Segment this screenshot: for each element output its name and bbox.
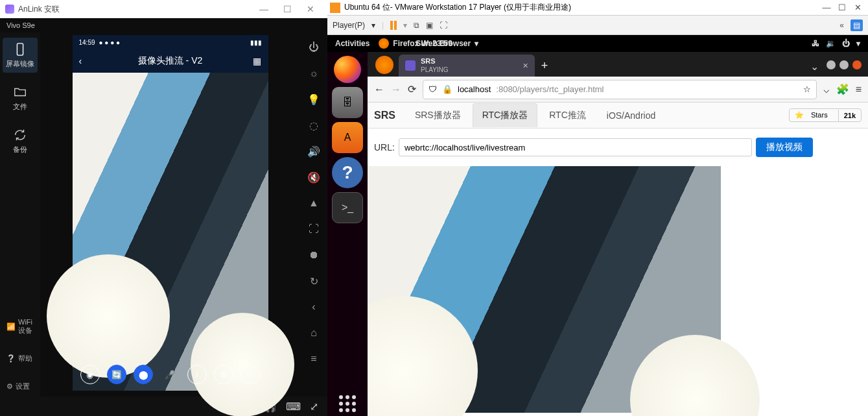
bulb-off-icon[interactable]: ◌ [307,118,321,132]
anlink-toolbar: ⏻ ☼ 💡 ◌ 🔊 🔇 ▲ ⛶ ⏺ ↻ ‹ ⌂ ≡ [300,32,327,397]
grid-icon[interactable]: ▦ [253,56,261,66]
tabs-dropdown-icon[interactable]: ⌄ [810,60,819,73]
srs-tab-mobile[interactable]: iOS/Andriod [598,104,664,127]
keyboard-icon[interactable]: ⌨ [286,400,301,413]
bookmark-star-icon[interactable]: ☆ [803,84,811,94]
back-icon[interactable]: ‹ [79,56,82,66]
pause-button[interactable] [390,21,397,30]
play-button[interactable]: 播放视频 [756,138,813,157]
new-tab-button[interactable]: + [535,59,554,73]
crop-icon[interactable]: ⛶ [307,222,321,236]
browser-tab[interactable]: SRS PLAYING ✕ [399,55,535,77]
dock-terminal[interactable]: >_ [332,192,363,223]
srs-tab-rtc-push[interactable]: RTC推流 [540,104,595,127]
phone-screen[interactable]: 14:59 ● ● ● ● ▮▮▮ ‹ 摄像头推流 - V2 ▦ ◉ 🔄 [73,35,268,391]
sidebar-item-settings[interactable]: ⚙ 设置 [0,376,40,397]
firefox-icon [375,56,393,74]
window-close[interactable] [852,60,862,69]
fullscreen-icon[interactable]: ⛶ [440,21,447,30]
brightness-icon[interactable]: ☼ [307,66,321,80]
maximize-button[interactable]: ☐ [834,1,850,14]
dropdown-icon[interactable]: ▾ [371,21,375,30]
record-button[interactable]: ◉ [80,365,100,384]
nav-back-icon[interactable]: ← [374,84,384,95]
window-maximize[interactable] [839,60,849,69]
power-icon: ⏻ [842,39,850,48]
switch-cam-button[interactable]: 🔄 [107,365,126,384]
window-minimize[interactable] [827,60,836,69]
chevrons-icon[interactable]: « [839,21,844,30]
sidebar-item-mirror[interactable]: 屏幕镜像 [3,38,38,73]
chevron-down-icon: ▾ [856,39,860,48]
srs-video-player[interactable] [368,166,721,413]
expand-icon[interactable]: ⤢ [310,400,318,413]
show-applications[interactable] [335,391,360,416]
anlink-window: AnLink 安联 — ☐ ✕ Vivo S9e 屏幕镜像 文件 备份 📶 Wi… [0,0,327,416]
dock-files[interactable]: 🗄 [332,87,363,118]
phone-app-header: ‹ 摄像头推流 - V2 ▦ [73,49,268,73]
clock[interactable]: Sun 23:59 [416,39,452,48]
close-button[interactable]: ✕ [299,0,322,18]
more-button[interactable]: ⋯ [240,365,260,384]
activities-button[interactable]: Activities [335,39,369,48]
power-icon[interactable]: ⏻ [307,40,321,55]
gnome-topbar: Activities Firefox Web Browser ▾ Sun 23:… [327,35,868,52]
anlink-title: AnLink 安联 [18,4,60,15]
volume-icon: 🔉 [826,39,836,48]
sidebar-item-backup[interactable]: 备份 [3,123,38,158]
srs-page: SRS SRS播放器 RTC播放器 RTC推流 iOS/Andriod ⭐ St… [368,103,868,416]
info-button[interactable]: i [187,365,207,384]
url-input[interactable] [399,138,752,156]
settings-button[interactable]: ⚙ [214,365,233,384]
recent-icon[interactable]: ≡ [307,352,321,366]
minimize-button[interactable]: — [819,1,834,14]
srs-tab-rtc-player[interactable]: RTC播放器 [473,103,538,127]
url-bar[interactable]: 🛡 🔒 localhost:8080/players/rtc_player.ht… [423,80,817,99]
player-menu[interactable]: Player(P) [333,21,365,30]
tab-close-icon[interactable]: ✕ [522,62,528,70]
anlink-titlebar: AnLink 安联 — ☐ ✕ [0,0,327,18]
phone-icon [13,42,27,56]
back-nav-icon[interactable]: ‹ [307,300,321,314]
device-bar: Vivo S9e [0,18,327,32]
menu-icon[interactable]: ≡ [856,84,862,95]
close-button[interactable]: ✕ [850,1,865,14]
home-icon[interactable]: ⌂ [307,326,321,340]
dock-help[interactable]: ? [332,157,363,188]
bulb-icon[interactable]: 💡 [307,92,321,106]
pocket-icon[interactable]: ⌵ [823,83,830,95]
chevron-down-icon: ▾ [475,39,478,48]
system-status[interactable]: 🖧 🔉 ⏻ ▾ [812,39,860,48]
send-keys-icon[interactable]: ⧉ [414,21,419,30]
mute-icon[interactable]: 🔇 [307,170,321,184]
status-dots-icon: ● ● ● ● [99,39,121,46]
maximize-button[interactable]: ☐ [276,0,299,18]
firefox-window: SRS PLAYING ✕ + ⌄ ← [368,52,868,416]
help-icon[interactable]: ▤ [850,19,863,31]
firefox-navbar: ← → ⟳ 🛡 🔒 localhost:8080/players/rtc_pla… [368,77,868,103]
dock-software[interactable]: A [332,122,363,153]
signal-icon: ▮▮▮ [250,39,262,46]
sidebar-item-files[interactable]: 文件 [3,80,38,116]
sidebar-item-wifi[interactable]: 📶 WiFi设备 [0,313,40,341]
phone-clock: 14:59 [79,39,95,46]
rotate-icon[interactable]: ↻ [307,274,321,288]
phone-controls: ◉ 🔄 ⬤ 🎤 i ⚙ ⋯ [73,358,268,391]
github-stars[interactable]: ⭐ Stars 21k [789,108,862,122]
nav-reload-icon[interactable]: ⟳ [408,83,416,95]
mic-button[interactable]: 🎤 [160,365,180,384]
unity-icon[interactable]: ▣ [426,21,433,30]
shield-icon: 🛡 [428,84,437,94]
nav-icon[interactable]: ▲ [307,196,321,210]
volume-icon[interactable]: 🔊 [307,144,321,158]
dock-firefox[interactable] [334,56,361,83]
minimize-button[interactable]: — [252,0,276,18]
sidebar-item-help[interactable]: ❔ 帮助 [0,349,40,369]
extension-icon[interactable]: 🧩 [836,83,849,95]
nav-forward-icon[interactable]: → [391,84,401,95]
record-icon[interactable]: ⏺ [307,248,321,262]
lock-icon: 🔒 [442,84,452,94]
srs-tab-player[interactable]: SRS播放器 [406,104,470,127]
capture-button[interactable]: ⬤ [134,365,153,384]
url-host: localhost [458,84,491,94]
